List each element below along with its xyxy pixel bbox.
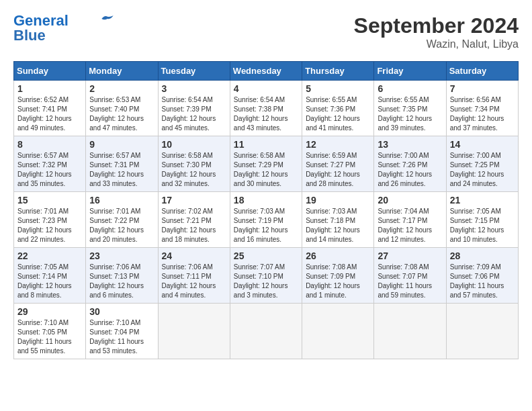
logo: General Blue <box>13 13 114 43</box>
col-header-wednesday: Wednesday <box>230 62 302 81</box>
col-header-friday: Friday <box>374 62 446 81</box>
calendar-day-16: 16Sunrise: 7:01 AM Sunset: 7:22 PM Dayli… <box>86 192 158 248</box>
logo-text: General <box>13 13 69 28</box>
day-number: 3 <box>162 83 226 94</box>
calendar-day-9: 9Sunrise: 6:57 AM Sunset: 7:31 PM Daylig… <box>86 136 158 192</box>
calendar-day-30: 30Sunrise: 7:10 AM Sunset: 7:04 PM Dayli… <box>86 304 158 359</box>
day-info: Sunrise: 6:58 AM Sunset: 7:30 PM Dayligh… <box>162 151 226 189</box>
day-info: Sunrise: 6:54 AM Sunset: 7:38 PM Dayligh… <box>234 95 298 133</box>
calendar-week-5: 29Sunrise: 7:10 AM Sunset: 7:05 PM Dayli… <box>14 304 519 359</box>
day-number: 25 <box>234 250 298 261</box>
calendar-day-2: 2Sunrise: 6:53 AM Sunset: 7:40 PM Daylig… <box>86 81 158 136</box>
title-block: September 2024 Wazin, Nalut, Libya <box>354 13 519 50</box>
day-info: Sunrise: 7:01 AM Sunset: 7:23 PM Dayligh… <box>17 207 82 244</box>
day-number: 30 <box>89 306 154 317</box>
day-info: Sunrise: 7:00 AM Sunset: 7:26 PM Dayligh… <box>378 151 442 189</box>
calendar-day-8: 8Sunrise: 6:57 AM Sunset: 7:32 PM Daylig… <box>14 136 86 192</box>
day-number: 14 <box>450 139 515 150</box>
day-number: 18 <box>234 195 298 205</box>
day-number: 5 <box>306 83 370 94</box>
logo-blue-text: Blue <box>13 28 46 43</box>
calendar-day-19: 19Sunrise: 7:03 AM Sunset: 7:18 PM Dayli… <box>302 192 374 248</box>
day-number: 24 <box>162 250 226 261</box>
calendar-week-1: 1Sunrise: 6:52 AM Sunset: 7:41 PM Daylig… <box>14 81 519 136</box>
calendar-day-empty <box>158 304 230 359</box>
day-number: 16 <box>89 195 154 205</box>
day-info: Sunrise: 6:58 AM Sunset: 7:29 PM Dayligh… <box>234 151 298 189</box>
day-info: Sunrise: 7:10 AM Sunset: 7:05 PM Dayligh… <box>17 318 82 356</box>
calendar-day-empty <box>230 304 302 359</box>
day-info: Sunrise: 6:56 AM Sunset: 7:34 PM Dayligh… <box>450 95 515 133</box>
day-info: Sunrise: 6:54 AM Sunset: 7:39 PM Dayligh… <box>162 95 226 133</box>
day-info: Sunrise: 7:05 AM Sunset: 7:14 PM Dayligh… <box>17 263 82 300</box>
calendar-day-12: 12Sunrise: 6:59 AM Sunset: 7:27 PM Dayli… <box>302 136 374 192</box>
day-number: 10 <box>162 139 226 150</box>
col-header-tuesday: Tuesday <box>158 62 230 81</box>
col-header-sunday: Sunday <box>14 62 86 81</box>
day-number: 23 <box>89 250 154 261</box>
day-info: Sunrise: 7:00 AM Sunset: 7:25 PM Dayligh… <box>450 151 515 189</box>
day-number: 4 <box>234 83 298 94</box>
calendar-week-4: 22Sunrise: 7:05 AM Sunset: 7:14 PM Dayli… <box>14 248 519 304</box>
calendar-header-row: SundayMondayTuesdayWednesdayThursdayFrid… <box>14 62 519 81</box>
day-number: 12 <box>306 139 370 150</box>
col-header-saturday: Saturday <box>446 62 518 81</box>
month-year-title: September 2024 <box>354 13 519 38</box>
day-number: 17 <box>162 195 226 205</box>
calendar-day-empty <box>302 304 374 359</box>
day-number: 13 <box>378 139 442 150</box>
day-number: 28 <box>450 250 515 261</box>
calendar-day-3: 3Sunrise: 6:54 AM Sunset: 7:39 PM Daylig… <box>158 81 230 136</box>
day-info: Sunrise: 6:55 AM Sunset: 7:36 PM Dayligh… <box>306 95 370 133</box>
logo-bird-icon <box>101 14 114 24</box>
calendar-day-15: 15Sunrise: 7:01 AM Sunset: 7:23 PM Dayli… <box>14 192 86 248</box>
calendar-day-20: 20Sunrise: 7:04 AM Sunset: 7:17 PM Dayli… <box>374 192 446 248</box>
calendar-week-3: 15Sunrise: 7:01 AM Sunset: 7:23 PM Dayli… <box>14 192 519 248</box>
day-number: 27 <box>378 250 442 261</box>
day-info: Sunrise: 6:59 AM Sunset: 7:27 PM Dayligh… <box>306 151 370 189</box>
day-number: 15 <box>17 195 82 205</box>
day-number: 20 <box>378 195 442 205</box>
calendar-day-29: 29Sunrise: 7:10 AM Sunset: 7:05 PM Dayli… <box>14 304 86 359</box>
col-header-thursday: Thursday <box>302 62 374 81</box>
day-info: Sunrise: 6:55 AM Sunset: 7:35 PM Dayligh… <box>378 95 442 133</box>
calendar-day-18: 18Sunrise: 7:03 AM Sunset: 7:19 PM Dayli… <box>230 192 302 248</box>
day-number: 21 <box>450 195 515 205</box>
day-info: Sunrise: 7:03 AM Sunset: 7:19 PM Dayligh… <box>234 207 298 244</box>
calendar-day-24: 24Sunrise: 7:06 AM Sunset: 7:11 PM Dayli… <box>158 248 230 304</box>
day-info: Sunrise: 7:04 AM Sunset: 7:17 PM Dayligh… <box>378 207 442 244</box>
calendar-day-4: 4Sunrise: 6:54 AM Sunset: 7:38 PM Daylig… <box>230 81 302 136</box>
day-number: 6 <box>378 83 442 94</box>
calendar-day-28: 28Sunrise: 7:09 AM Sunset: 7:06 PM Dayli… <box>446 248 518 304</box>
day-number: 8 <box>17 139 82 150</box>
calendar-day-13: 13Sunrise: 7:00 AM Sunset: 7:26 PM Dayli… <box>374 136 446 192</box>
calendar-day-11: 11Sunrise: 6:58 AM Sunset: 7:29 PM Dayli… <box>230 136 302 192</box>
day-info: Sunrise: 7:10 AM Sunset: 7:04 PM Dayligh… <box>89 318 154 356</box>
calendar-day-empty <box>374 304 446 359</box>
calendar-day-26: 26Sunrise: 7:08 AM Sunset: 7:09 PM Dayli… <box>302 248 374 304</box>
day-info: Sunrise: 7:09 AM Sunset: 7:06 PM Dayligh… <box>450 263 515 300</box>
day-info: Sunrise: 6:57 AM Sunset: 7:31 PM Dayligh… <box>89 151 154 189</box>
day-number: 7 <box>450 83 515 94</box>
day-number: 29 <box>17 306 82 317</box>
day-number: 9 <box>89 139 154 150</box>
day-number: 11 <box>234 139 298 150</box>
calendar-week-2: 8Sunrise: 6:57 AM Sunset: 7:32 PM Daylig… <box>14 136 519 192</box>
day-info: Sunrise: 7:06 AM Sunset: 7:13 PM Dayligh… <box>89 263 154 300</box>
calendar-day-23: 23Sunrise: 7:06 AM Sunset: 7:13 PM Dayli… <box>86 248 158 304</box>
day-info: Sunrise: 7:06 AM Sunset: 7:11 PM Dayligh… <box>162 263 226 300</box>
day-info: Sunrise: 6:53 AM Sunset: 7:40 PM Dayligh… <box>89 95 154 133</box>
day-number: 2 <box>89 83 154 94</box>
day-info: Sunrise: 6:52 AM Sunset: 7:41 PM Dayligh… <box>17 95 82 133</box>
day-number: 1 <box>17 83 82 94</box>
calendar-day-1: 1Sunrise: 6:52 AM Sunset: 7:41 PM Daylig… <box>14 81 86 136</box>
calendar-day-27: 27Sunrise: 7:08 AM Sunset: 7:07 PM Dayli… <box>374 248 446 304</box>
day-info: Sunrise: 7:01 AM Sunset: 7:22 PM Dayligh… <box>89 207 154 244</box>
calendar-day-25: 25Sunrise: 7:07 AM Sunset: 7:10 PM Dayli… <box>230 248 302 304</box>
day-info: Sunrise: 7:08 AM Sunset: 7:07 PM Dayligh… <box>378 263 442 300</box>
calendar-day-10: 10Sunrise: 6:58 AM Sunset: 7:30 PM Dayli… <box>158 136 230 192</box>
day-number: 22 <box>17 250 82 261</box>
day-number: 19 <box>306 195 370 205</box>
calendar-table: SundayMondayTuesdayWednesdayThursdayFrid… <box>13 61 519 359</box>
day-info: Sunrise: 7:07 AM Sunset: 7:10 PM Dayligh… <box>234 263 298 300</box>
